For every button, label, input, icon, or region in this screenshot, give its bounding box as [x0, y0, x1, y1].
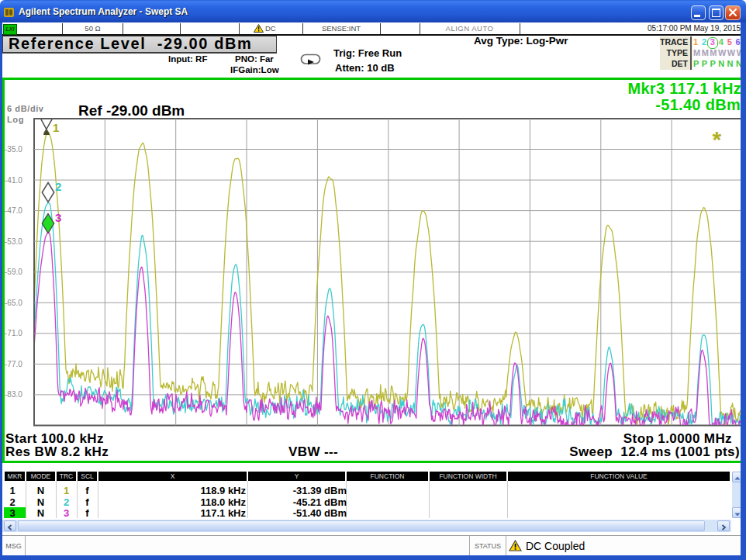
svg-text:*: *: [713, 126, 722, 152]
svg-text:3: 3: [55, 211, 61, 224]
svg-text:1: 1: [53, 121, 59, 134]
svg-text:2: 2: [55, 180, 61, 193]
